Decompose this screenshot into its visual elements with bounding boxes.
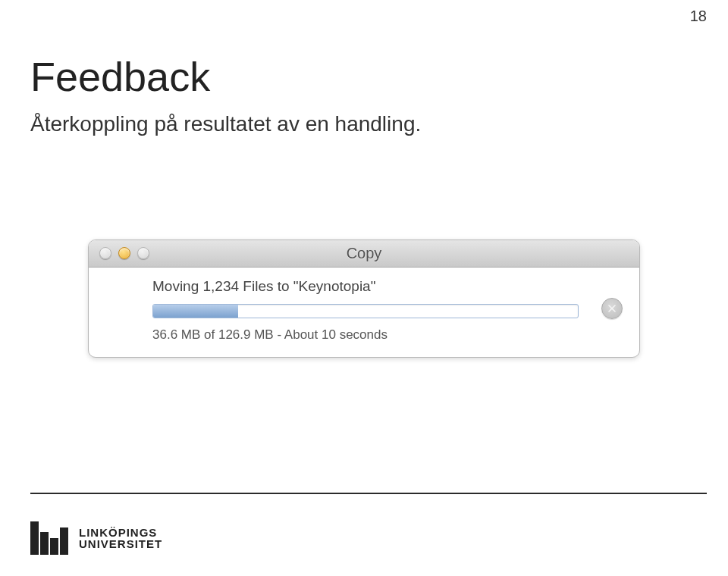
slide-subheading: Återkoppling på resultatet av en handlin… [30, 112, 421, 136]
moving-files-label: Moving 1,234 Files to "Keynotopia" [152, 278, 594, 295]
copy-dialog: Copy Moving 1,234 Files to "Keynotopia" … [88, 239, 640, 358]
footer-divider [30, 493, 707, 494]
progress-fill [153, 305, 238, 318]
liu-logo-line2: UNIVERSITET [79, 538, 162, 549]
close-icon [607, 304, 617, 313]
liu-logo-text: LINKÖPINGS UNIVERSITET [79, 527, 162, 549]
window-traffic-lights [99, 247, 149, 259]
liu-logo-line1: LINKÖPINGS [79, 527, 162, 538]
window-minimize-button[interactable] [118, 247, 130, 259]
liu-mark-icon [30, 521, 68, 555]
dialog-title: Copy [89, 245, 639, 262]
progress-bar [152, 304, 579, 318]
page-number: 18 [690, 8, 707, 25]
window-close-button[interactable] [99, 247, 111, 259]
slide-heading: Feedback [30, 53, 210, 100]
dialog-body: Moving 1,234 Files to "Keynotopia" 36.6 … [89, 268, 639, 343]
cancel-button[interactable] [601, 298, 623, 319]
liu-logo: LINKÖPINGS UNIVERSITET [30, 521, 162, 555]
progress-status-label: 36.6 MB of 126.9 MB - About 10 seconds [152, 327, 594, 343]
window-zoom-button[interactable] [137, 247, 149, 259]
dialog-titlebar: Copy [89, 240, 639, 268]
